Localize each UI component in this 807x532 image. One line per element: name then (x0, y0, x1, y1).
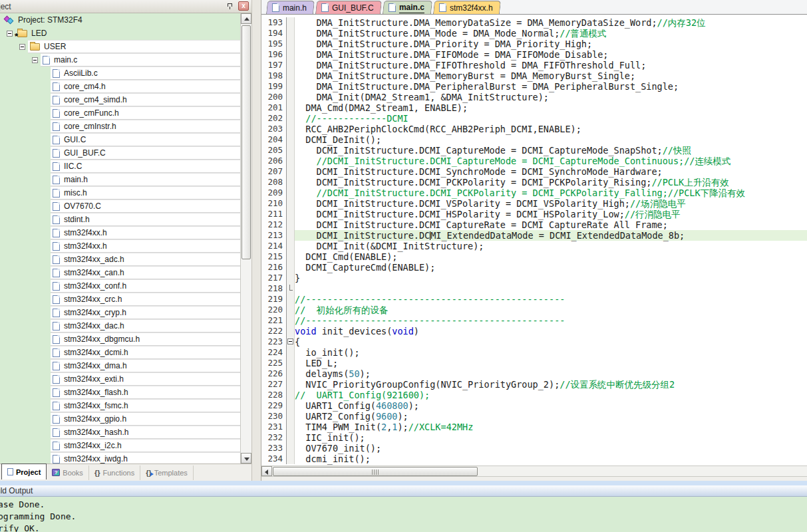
fold-margin[interactable] (287, 177, 295, 188)
tree-item[interactable]: AsciiLib.c (0, 66, 240, 80)
tree-item-body[interactable]: stm32f4xx_hash.h (51, 426, 240, 439)
code-text[interactable]: UART1_Config(460800); (295, 400, 807, 411)
line-number[interactable]: 201 (261, 102, 287, 113)
code-text[interactable]: DCMI_InitStructure.DCMI_CaptureRate = DC… (295, 219, 807, 230)
line-number[interactable]: 194 (261, 28, 287, 39)
line-number[interactable]: 199 (261, 81, 287, 92)
fold-margin[interactable] (287, 124, 295, 134)
tree-item-body[interactable]: stm32f4xx.h (51, 239, 240, 253)
tree-item-body[interactable]: GUI.C (51, 133, 240, 146)
tree-item-body[interactable]: main.c (41, 53, 240, 66)
code-text[interactable]: DCMI_InitStructure.DCMI_CaptureMode = DC… (295, 145, 807, 156)
fold-margin[interactable] (287, 209, 295, 219)
line-number[interactable]: 203 (261, 124, 287, 134)
code-text[interactable]: } (295, 273, 807, 283)
fold-margin[interactable] (287, 411, 295, 422)
fold-margin[interactable] (287, 443, 295, 454)
line-number[interactable]: 222 (261, 326, 287, 336)
tree-item-body[interactable]: stm32f4xx_gpio.h (51, 412, 240, 426)
line-number[interactable]: 210 (261, 198, 287, 209)
scrollbar-thumb[interactable] (273, 467, 478, 476)
code-text[interactable]: //DCMI_InitStructure.DCMI_PCKPolarity = … (295, 188, 807, 198)
fold-margin[interactable] (287, 60, 295, 70)
fold-margin[interactable] (287, 326, 295, 336)
code-text[interactable]: DMA_Init(DMA2_Stream1, &DMA_InitStructur… (295, 92, 807, 102)
tree-item-body[interactable]: misc.h (51, 186, 240, 200)
tree-item-body[interactable]: stm32f4xx_iwdg.h (51, 452, 240, 464)
tree-item[interactable]: core_cmInstr.h (0, 120, 240, 133)
build-output-content[interactable]: ase Done.ogramming Done.rify OK. (0, 497, 807, 532)
code-text[interactable]: LED_L; (295, 358, 807, 368)
code-text[interactable]: DMA_InitStructure.DMA_FIFOThreshold = DM… (295, 60, 807, 70)
code-text[interactable]: DCMI_DeInit(); (295, 134, 807, 145)
code-editor[interactable]: 193 DMA_InitStructure.DMA_MemoryDataSize… (261, 15, 807, 466)
expander-icon[interactable] (32, 57, 38, 63)
tree-item-body[interactable]: Project: STM32F4 (3, 13, 240, 27)
code-text[interactable]: { (295, 336, 807, 347)
editor-tab-main-h[interactable]: main.h (266, 1, 315, 14)
code-text[interactable]: //-------------DCMI (295, 113, 807, 124)
fold-margin[interactable] (287, 251, 295, 262)
tree-item[interactable]: main.c (0, 53, 240, 66)
line-number[interactable]: 202 (261, 113, 287, 124)
fold-collapse-icon[interactable] (287, 338, 293, 344)
tree-item[interactable]: stdint.h (0, 213, 240, 226)
close-panel-button[interactable]: x (238, 1, 249, 11)
tree-item-body[interactable]: core_cm4_simd.h (51, 93, 240, 106)
tree-item[interactable]: main.h (0, 173, 240, 186)
tree-item-body[interactable]: stm32f4xx.h (51, 226, 240, 239)
tree-item[interactable]: stm32f4xx_dcmi.h (0, 346, 240, 359)
fold-margin[interactable] (287, 400, 295, 411)
tree-item[interactable]: stm32f4xx_gpio.h (0, 412, 240, 426)
tree-item-body[interactable]: stm32f4xx_conf.h (51, 279, 240, 293)
code-text[interactable]: DCMI_InitStructure.DCMI_ExtendedDataMode… (295, 230, 807, 241)
editor-tab-stm32f4xx-h[interactable]: stm32f4xx.h (433, 1, 501, 14)
tree-item-body[interactable]: stdint.h (51, 213, 240, 226)
fold-margin[interactable] (287, 273, 295, 283)
fold-margin[interactable] (287, 81, 295, 92)
tree-item[interactable]: IIC.C (0, 160, 240, 173)
tree-item-body[interactable]: USER (28, 40, 240, 53)
tree-item-body[interactable]: IIC.C (51, 160, 240, 173)
line-number[interactable]: 207 (261, 166, 287, 177)
fold-margin[interactable] (287, 368, 295, 379)
tree-item-body[interactable]: stm32f4xx_adc.h (51, 253, 240, 266)
panel-tab-templates[interactable]: {}Templates (140, 466, 194, 480)
fold-margin[interactable] (287, 219, 295, 230)
line-number[interactable]: 233 (261, 443, 287, 454)
line-number[interactable]: 226 (261, 368, 287, 379)
code-text[interactable]: RCC_AHB2PeriphClockCmd(RCC_AHB2Periph_DC… (295, 124, 807, 134)
tree-item[interactable]: stm32f4xx.h (0, 239, 240, 253)
tree-item-body[interactable]: stm32f4xx_cryp.h (51, 306, 240, 319)
code-text[interactable]: DCMI_InitStructure.DCMI_HSPolarity = DCM… (295, 209, 807, 219)
tree-item-body[interactable]: stm32f4xx_can.h (51, 266, 240, 279)
fold-margin[interactable] (287, 156, 295, 166)
tree-item[interactable]: stm32f4xx_dbgmcu.h (0, 332, 240, 346)
line-number[interactable]: 215 (261, 251, 287, 262)
line-number[interactable]: 209 (261, 188, 287, 198)
tree-item[interactable]: core_cmFunc.h (0, 106, 240, 120)
line-number[interactable]: 219 (261, 294, 287, 305)
code-text[interactable]: dcmi_init(); (295, 454, 807, 464)
line-number[interactable]: 230 (261, 411, 287, 422)
fold-margin[interactable] (287, 49, 295, 60)
tree-item-body[interactable]: stm32f4xx_dac.h (51, 319, 240, 332)
code-text[interactable]: io_init(); (295, 347, 807, 358)
code-text[interactable]: //--------------------------------------… (295, 294, 807, 305)
scroll-up-button[interactable] (241, 13, 251, 24)
code-text[interactable]: DCMI_InitStructure.DCMI_SynchroMode = DC… (295, 166, 807, 177)
fold-margin[interactable] (287, 305, 295, 315)
tree-item-body[interactable]: stm32f4xx_fsmc.h (51, 399, 240, 412)
line-number[interactable]: 229 (261, 400, 287, 411)
code-text[interactable]: DCMI_InitStructure.DCMI_PCKPolarity = DC… (295, 177, 807, 188)
tree-item-body[interactable]: stm32f4xx_dcmi.h (51, 346, 240, 359)
line-number[interactable]: 231 (261, 422, 287, 432)
line-number[interactable]: 217 (261, 273, 287, 283)
tree-item-body[interactable]: stm32f4xx_crc.h (51, 293, 240, 306)
scroll-left-button[interactable] (261, 466, 272, 476)
project-tree-scrollbar[interactable] (240, 13, 251, 464)
code-text[interactable]: // 初始化所有的设备 (295, 305, 807, 315)
tree-item[interactable]: stm32f4xx_dac.h (0, 319, 240, 332)
line-number[interactable]: 221 (261, 315, 287, 326)
fold-margin[interactable] (287, 379, 295, 390)
